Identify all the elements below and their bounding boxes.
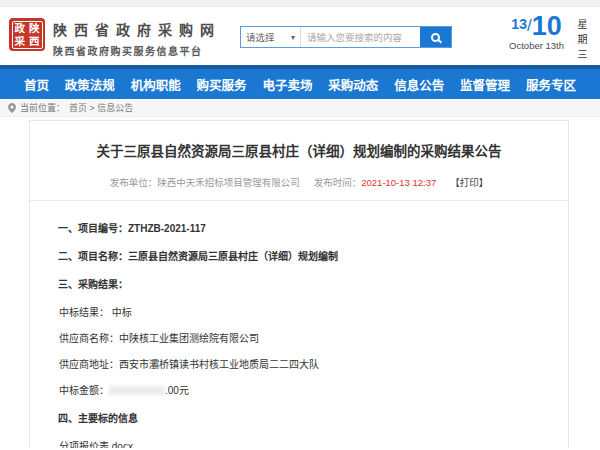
nav-item-functions[interactable]: 机构职能 [131,75,181,94]
date-widget: 13/10 October 13th [509,11,564,51]
result-section-heading: 三、采购结果： [58,276,540,291]
site-header: 政 陕 采 西 陕西省政府采购网 陕西省政府购买服务信息平台 请选择 ▾ 13/… [0,7,600,65]
supplier-name-value: 中陕核工业集团测绘院有限公司 [119,333,259,344]
nav-item-policies[interactable]: 政策法规 [65,75,115,94]
redacted-amount [109,386,165,395]
article-meta: 发布单位：陕西中天禾招标项目管理有限公司发布时间：2021-10-13 12:3… [30,175,568,189]
supplier-address-label: 供应商地址： [59,359,119,370]
nav-item-purchase-services[interactable]: 购买服务 [197,75,247,94]
logo-char: 政 [15,23,26,34]
nav-item-supervision[interactable]: 监督管理 [460,75,510,94]
print-button[interactable]: 【打印】 [450,177,488,188]
weekday-label: 星期三 [574,19,589,64]
announcement-card: 关于三原县自然资源局三原县村庄（详细）规划编制的采购结果公告 发布单位：陕西中天… [29,120,569,448]
search-select-label: 请选择 [246,30,275,44]
bid-amount-suffix: .00元 [165,385,189,396]
project-name-label: 二、项目名称： [58,251,128,262]
nav-item-home[interactable]: 首页 [24,75,49,94]
project-number-label: 一、项目编号： [58,223,128,234]
attachment-link[interactable]: 分项报价表.docx [59,441,133,448]
attachment-line: 分项报价表.docx [59,438,540,448]
site-subtitle: 陕西省政府购买服务信息平台 [53,43,221,58]
date-numbers: 13/10 [509,11,564,42]
bid-amount-line: 中标金额：.00元 [59,382,540,397]
supplier-name-label: 供应商名称： [59,333,119,344]
breadcrumb: 当前位置： 首页 > 信息公告 [0,99,600,117]
supplier-address-value: 西安市灞桥镇读书村核工业地质局二二四大队 [119,359,319,370]
breadcrumb-path[interactable]: 首页 > 信息公告 [69,101,133,114]
nav-item-procurement-news[interactable]: 采购动态 [328,75,378,94]
bid-result-label: 中标结果： [59,307,109,318]
search-icon [431,33,440,42]
page-title: 关于三原县自然资源局三原县村庄（详细）规划编制的采购结果公告 [58,142,540,162]
site-titles: 陕西省政府采购网 陕西省政府购买服务信息平台 [53,19,221,58]
article-body: 一、项目编号：ZTHZB-2021-117 二、项目名称：三原县自然资源局三原县… [30,201,568,448]
location-pin-icon [8,103,16,113]
supplier-address-line: 供应商地址：西安市灞桥镇读书村核工业地质局二二四大队 [59,356,540,371]
logo-char: 陕 [29,23,40,34]
site-title: 陕西省政府采购网 [53,19,221,39]
site-logo: 政 陕 采 西 [9,18,45,51]
bid-result-line: 中标结果： 中标 [59,304,540,319]
breadcrumb-label: 当前位置： [20,101,65,114]
bid-result-value: 中标 [112,307,132,318]
project-name-value: 三原县自然资源局三原县村庄（详细）规划编制 [128,251,338,262]
publisher-name: 陕西中天禾招标项目管理有限公司 [157,177,300,188]
logo-char: 采 [15,36,26,47]
seal-icon: 政 陕 采 西 [12,21,43,49]
nav-item-services[interactable]: 服务专区 [526,75,576,94]
date-day: 13 [511,16,527,32]
search-button[interactable] [420,27,451,47]
nav-item-e-marketplace[interactable]: 电子卖场 [262,75,312,94]
project-number-value: ZTHZB-2021-117 [128,223,206,234]
publish-time-label: 发布时间： [314,177,362,188]
supplier-name-line: 供应商名称：中陕核工业集团测绘院有限公司 [59,330,540,345]
main-nav: 首页 政策法规 机构职能 购买服务 电子卖场 采购动态 信息公告 监督管理 服务… [0,69,600,99]
subject-info-heading: 四、主要标的信息 [58,410,540,425]
publish-time: 2021-10-13 12:37 [361,177,436,188]
date-month: 10 [532,11,562,41]
date-english: October 13th [509,40,564,51]
project-name-line: 二、项目名称：三原县自然资源局三原县村庄（详细）规划编制 [58,248,540,263]
project-number-line: 一、项目编号：ZTHZB-2021-117 [58,220,540,235]
publisher-label: 发布单位： [110,177,158,188]
search-category-select[interactable]: 请选择 ▾ [241,27,301,47]
logo-char: 西 [29,36,40,47]
bid-amount-label: 中标金额： [59,385,109,396]
nav-item-announcements[interactable]: 信息公告 [394,75,444,94]
search-input[interactable] [301,27,420,47]
chevron-down-icon: ▾ [291,33,295,42]
page-top-strip [0,0,600,7]
search-bar: 请选择 ▾ [240,26,452,48]
